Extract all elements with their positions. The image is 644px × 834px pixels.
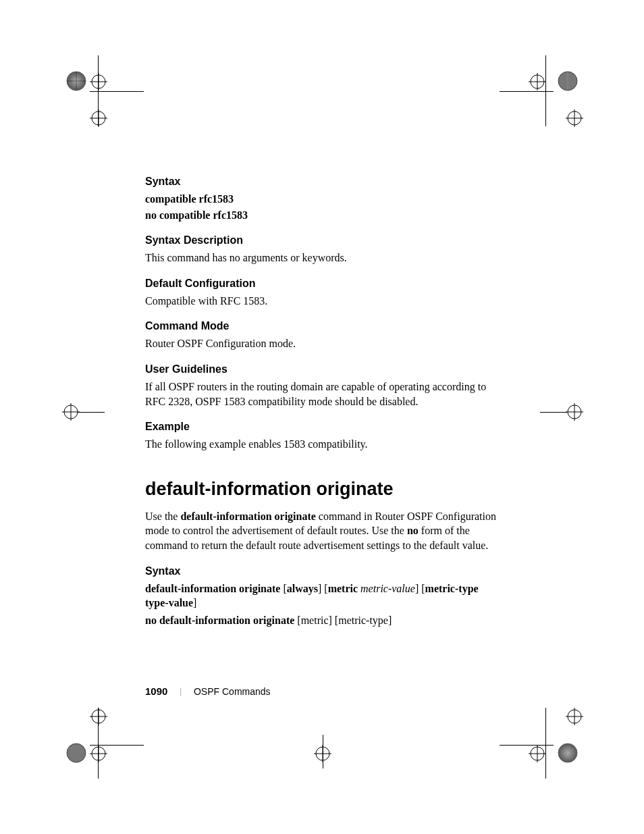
heading-syntax2: Syntax <box>145 565 503 577</box>
syntax-part: default-information originate <box>145 583 280 594</box>
intro-text: Use the <box>145 511 180 522</box>
footer-chapter-label: OSPF Commands <box>194 686 271 697</box>
syntax-part: ] <box>193 597 196 608</box>
crop-line <box>78 412 105 413</box>
crop-line <box>98 708 99 779</box>
heading-default-configuration: Default Configuration <box>145 278 503 290</box>
syntax-part: ] [ <box>318 583 328 594</box>
command-intro: Use the default-information originate co… <box>145 509 503 553</box>
svg-point-33 <box>67 744 86 762</box>
intro-bold: default-information originate <box>180 511 315 522</box>
command-title: default-information originate <box>145 479 503 500</box>
syntax-part: [metric] [metric-type] <box>294 615 392 626</box>
page-content: Syntax compatible rfc1583 no compatible … <box>145 176 503 640</box>
page-number: 1090 <box>145 685 167 697</box>
syntax-line: no compatible rfc1583 <box>145 208 503 223</box>
crosshair-icon <box>90 109 107 127</box>
registration-circle-icon <box>558 71 578 94</box>
registration-circle-icon <box>558 743 578 766</box>
page-footer: 1090 | OSPF Commands <box>145 685 271 697</box>
registration-circle-icon <box>66 71 86 94</box>
crop-line <box>90 91 144 92</box>
crosshair-icon <box>90 745 107 762</box>
user-guidelines-text: If all OSPF routers in the routing domai… <box>145 380 503 409</box>
default-configuration-text: Compatible with RFC 1583. <box>145 294 503 309</box>
footer-separator: | <box>180 686 182 697</box>
crop-line <box>545 708 546 779</box>
heading-syntax: Syntax <box>145 176 503 188</box>
crop-line <box>500 91 554 92</box>
syntax-description-text: This command has no arguments or keyword… <box>145 251 503 265</box>
heading-user-guidelines: User Guidelines <box>145 363 503 375</box>
heading-example: Example <box>145 421 503 433</box>
crosshair-icon <box>529 745 546 762</box>
example-text: The following example enables 1583 compa… <box>145 437 503 452</box>
crop-line <box>323 735 323 768</box>
crosshair-icon <box>566 708 583 725</box>
crosshair-icon <box>529 73 546 90</box>
crosshair-icon <box>566 403 583 421</box>
svg-point-41 <box>558 744 577 762</box>
syntax-part: metric-value <box>360 583 415 594</box>
command-mode-text: Router OSPF Configuration mode. <box>145 336 503 351</box>
syntax-part: no default-information originate <box>145 615 294 626</box>
heading-command-mode: Command Mode <box>145 320 503 332</box>
crosshair-icon <box>90 708 107 725</box>
syntax-part: metric <box>328 583 358 594</box>
crosshair-icon <box>90 73 107 90</box>
crosshair-icon <box>566 109 583 127</box>
syntax-part: ] [ <box>415 583 425 594</box>
syntax-part: always <box>287 583 318 594</box>
syntax-line: default-information originate [always] [… <box>145 581 503 610</box>
intro-bold: no <box>407 525 419 536</box>
heading-syntax-description: Syntax Description <box>145 234 503 246</box>
syntax-part: [ <box>280 583 286 594</box>
registration-circle-icon <box>66 743 86 766</box>
syntax-line: compatible rfc1583 <box>145 192 503 207</box>
syntax-line: no default-information originate [metric… <box>145 613 503 628</box>
crop-line <box>540 412 567 413</box>
